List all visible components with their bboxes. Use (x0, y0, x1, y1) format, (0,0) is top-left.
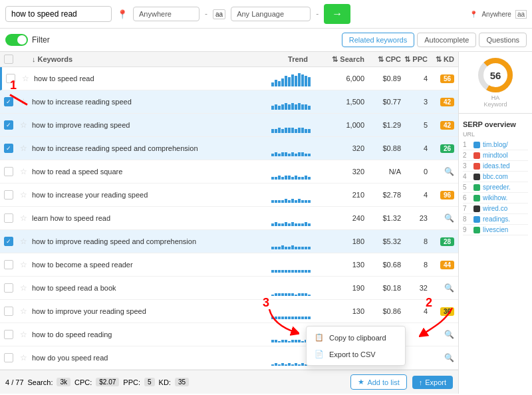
star-icon[interactable]: ☆ (20, 237, 27, 246)
row-check[interactable] (4, 167, 20, 176)
serp-link[interactable]: mindtool (483, 152, 508, 159)
row-check[interactable] (4, 260, 20, 269)
tab-autocomplete[interactable]: Autocomplete (417, 33, 476, 47)
star-icon[interactable]: ☆ (20, 307, 27, 316)
add-to-list-button[interactable]: ★ Add to list (350, 374, 406, 390)
serp-row[interactable]: 5 spreeder. (463, 182, 528, 193)
trend-bar (295, 129, 297, 133)
star-icon[interactable]: ☆ (20, 330, 27, 339)
trend-bar (298, 103, 301, 110)
row-star[interactable]: ☆ (20, 307, 32, 316)
row-star[interactable]: ☆ (20, 237, 32, 246)
serp-row[interactable]: 4 bbc.com (463, 172, 528, 182)
serp-link[interactable]: wikihow. (483, 194, 507, 201)
star-icon[interactable]: ☆ (20, 120, 27, 130)
row-checkbox[interactable]: ✓ (4, 97, 13, 106)
filter-toggle[interactable]: Filter (5, 34, 50, 46)
search-input[interactable] (11, 9, 91, 19)
row-checkbox[interactable]: ✓ (4, 120, 13, 130)
star-icon[interactable]: ☆ (20, 97, 27, 106)
row-check[interactable]: ✓ (4, 144, 20, 153)
row-check[interactable] (4, 353, 20, 362)
trend-bar (271, 177, 274, 180)
serp-row[interactable]: 8 readings. (463, 214, 528, 225)
row-checkbox[interactable] (6, 74, 15, 83)
row-star[interactable]: ☆ (20, 190, 32, 199)
row-checkbox[interactable] (4, 213, 13, 223)
filter-toggle-switch[interactable] (5, 34, 28, 46)
serp-link[interactable]: livescien (483, 226, 508, 233)
search-box[interactable] (5, 6, 112, 22)
row-star[interactable]: ☆ (20, 260, 32, 269)
go-button[interactable]: → (324, 4, 350, 24)
row-star[interactable]: ☆ (20, 167, 32, 176)
row-check[interactable] (4, 330, 20, 339)
row-checkbox[interactable] (4, 330, 13, 339)
trend-bar (305, 129, 307, 133)
star-icon[interactable]: ☆ (20, 283, 27, 293)
row-checkbox[interactable] (4, 190, 13, 199)
serp-link[interactable]: wired.co (483, 205, 507, 212)
row-check[interactable]: ✓ (4, 120, 20, 130)
select-all-checkbox[interactable] (4, 55, 13, 64)
row-star[interactable]: ☆ (20, 330, 32, 339)
trend-bar (281, 78, 284, 86)
row-star[interactable]: ☆ (20, 353, 32, 362)
trend-bar (298, 364, 301, 366)
row-checkbox[interactable] (4, 167, 13, 176)
serp-row[interactable]: 2 mindtool (463, 150, 528, 161)
header-search[interactable]: ⇅ Search (325, 55, 364, 64)
export-button[interactable]: ↑ Export (412, 376, 453, 389)
export-to-csv-item[interactable]: 📄 Export to CSV (307, 346, 405, 362)
tab-questions[interactable]: Questions (479, 33, 527, 47)
serp-link[interactable]: readings. (483, 215, 510, 223)
row-star[interactable]: ☆ (20, 144, 32, 153)
serp-row[interactable]: 1 tim.blog/ (463, 140, 528, 150)
row-checkbox[interactable] (4, 260, 13, 269)
serp-row[interactable]: 3 ideas.ted (463, 161, 528, 172)
row-star[interactable]: ☆ (20, 283, 32, 293)
row-star[interactable]: ☆ (20, 213, 32, 223)
row-check[interactable]: ✓ (4, 237, 20, 246)
star-icon[interactable]: ☆ (20, 213, 27, 223)
star-icon[interactable]: ☆ (22, 74, 29, 83)
language-box[interactable]: Any Language (231, 7, 311, 21)
header-trend[interactable]: Trend (271, 55, 325, 63)
star-icon[interactable]: ☆ (20, 144, 27, 153)
serp-row[interactable]: 7 wired.co (463, 203, 528, 214)
row-cpc: $0.68 (364, 261, 401, 269)
header-cpc[interactable]: ⇅ CPC (364, 55, 401, 64)
star-icon[interactable]: ☆ (20, 190, 27, 199)
tab-related-keywords[interactable]: Related keywords (342, 33, 414, 47)
header-keyword[interactable]: ↓ Keywords (32, 55, 271, 63)
row-checkbox[interactable] (4, 353, 13, 362)
serp-row[interactable]: 9 livescien (463, 225, 528, 235)
row-checkbox[interactable] (4, 283, 13, 293)
row-star[interactable]: ☆ (20, 120, 32, 130)
row-trend (271, 210, 325, 226)
header-kd[interactable]: ⇅ KD (428, 55, 454, 64)
star-icon[interactable]: ☆ (20, 353, 27, 362)
row-star[interactable]: ☆ (20, 97, 32, 106)
location-box[interactable]: Anywhere (133, 7, 200, 21)
serp-link[interactable]: tim.blog/ (483, 141, 508, 148)
row-checkbox[interactable] (4, 307, 13, 316)
header-check[interactable] (4, 55, 20, 64)
serp-link[interactable]: bbc.com (483, 173, 508, 180)
row-checkbox[interactable]: ✓ (4, 237, 13, 246)
serp-row[interactable]: 6 wikihow. (463, 193, 528, 203)
copy-to-clipboard-item[interactable]: 📋 Copy to clipboard (307, 329, 405, 346)
row-star[interactable]: ☆ (22, 74, 34, 83)
serp-link[interactable]: spreeder. (483, 184, 511, 191)
row-checkbox[interactable]: ✓ (4, 144, 13, 153)
star-icon[interactable]: ☆ (20, 260, 27, 269)
row-check[interactable] (4, 190, 20, 199)
header-ppc[interactable]: ⇅ PPC (401, 55, 428, 64)
serp-link[interactable]: ideas.ted (483, 162, 510, 170)
star-icon[interactable]: ☆ (20, 167, 27, 176)
row-check[interactable] (4, 307, 20, 316)
row-check[interactable]: ✓ (4, 97, 20, 106)
row-check[interactable] (6, 74, 22, 83)
row-check[interactable] (4, 213, 20, 223)
row-check[interactable] (4, 283, 20, 293)
